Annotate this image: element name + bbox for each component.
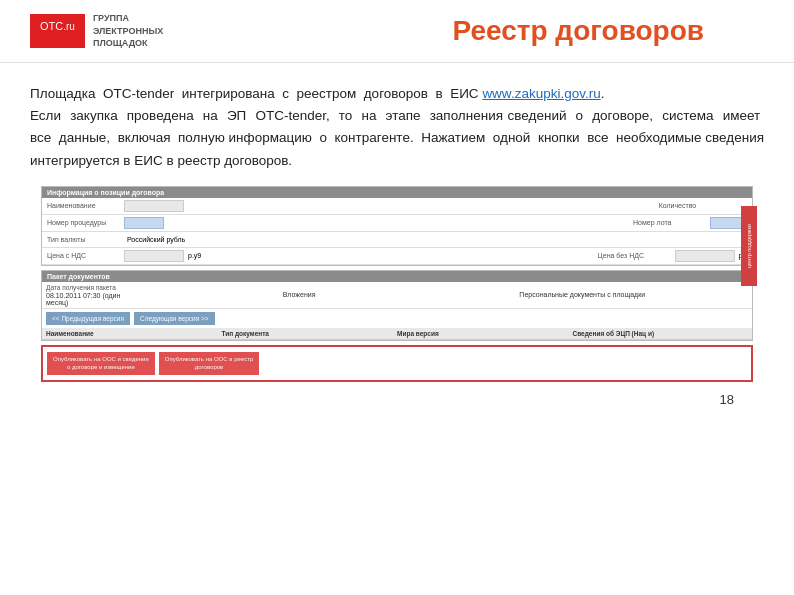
label-currency: Тип валюты bbox=[42, 234, 122, 245]
docs-table-header: Наименование Тип документа Мира версия С… bbox=[42, 328, 752, 340]
page-number: 18 bbox=[30, 386, 764, 407]
doc-attachments: Вложения bbox=[283, 291, 512, 298]
form-section-header: Информация о позиции договора bbox=[42, 187, 752, 198]
logo-otc-text: OTC bbox=[40, 20, 63, 32]
main-content: Площадка ОТС-tender интегрирована с реес… bbox=[0, 63, 794, 418]
value-price-vat bbox=[124, 250, 184, 262]
col-version: Мира версия bbox=[397, 330, 573, 337]
intro-paragraph1: Площадка ОТС-tender интегрирована с реес… bbox=[30, 86, 482, 101]
screenshot-area: Информация о позиции договора Наименован… bbox=[37, 186, 757, 383]
price-vat-suffix: р.у9 bbox=[186, 250, 203, 261]
label-name: Наименование bbox=[42, 200, 122, 211]
form-section: Информация о позиции договора Наименован… bbox=[41, 186, 753, 266]
form-row-price: Цена с НДС р.у9 Цена без НДС руб bbox=[42, 248, 752, 265]
logo-description: ГРУППА ЭЛЕКТРОННЫХ ПЛОЩАДОК bbox=[93, 12, 163, 50]
support-side-tab[interactable]: центр поддержки bbox=[741, 206, 757, 286]
docs-section-header: Пакет документов bbox=[42, 271, 752, 282]
prev-version-button[interactable]: << Предыдущая версия bbox=[46, 312, 130, 325]
page-title: Реестр договоров bbox=[452, 15, 704, 47]
form-row-currency: Тип валюты Российский рубль bbox=[42, 232, 752, 248]
form-row-name: Наименование Количество - bbox=[42, 198, 752, 215]
logo-otc-sup: .ru bbox=[63, 21, 75, 32]
form-row-procedure: Номер процедуры Номер лота bbox=[42, 215, 752, 232]
logo-otc: OTC.ru bbox=[30, 14, 85, 48]
page-header: OTC.ru ГРУППА ЭЛЕКТРОННЫХ ПЛОЩАДОК Реест… bbox=[0, 0, 794, 63]
intro-paragraph2: Если закупка проведена на ЭП ОТС-tender,… bbox=[30, 108, 764, 168]
label-price-no-vat: Цена без НДС bbox=[593, 250, 673, 261]
label-procedure: Номер процедуры bbox=[42, 217, 122, 228]
col-name: Наименование bbox=[46, 330, 222, 337]
logo-block: OTC.ru ГРУППА ЭЛЕКТРОННЫХ ПЛОЩАДОК bbox=[30, 12, 163, 50]
version-buttons-row: << Предыдущая версия Следующая версия >> bbox=[42, 309, 752, 328]
zakupki-link[interactable]: www.zakupki.gov.ru bbox=[482, 86, 600, 101]
label-lot: Номер лота bbox=[628, 217, 708, 228]
value-currency: Российский рубль bbox=[122, 234, 190, 245]
col-signature: Сведения об ЭЦП (Нац и) bbox=[573, 330, 749, 337]
col-doctype: Тип документа bbox=[222, 330, 398, 337]
doc-personal: Персональные документы с площадки bbox=[519, 291, 748, 298]
value-procedure bbox=[124, 217, 164, 229]
next-version-button[interactable]: Следующая версия >> bbox=[134, 312, 215, 325]
intro-text: Площадка ОТС-tender интегрирована с реес… bbox=[30, 83, 764, 172]
publish-oos-registry-button[interactable]: Опубликовать на ООС в реестрдоговоров bbox=[159, 352, 260, 376]
label-price-vat: Цена с НДС bbox=[42, 250, 122, 261]
value-name bbox=[124, 200, 184, 212]
value-price-no-vat bbox=[675, 250, 735, 262]
label-quantity: Количество bbox=[654, 200, 734, 211]
doc-info-row: Дата получения пакета 08.10.2011 07:30 (… bbox=[42, 282, 752, 309]
publish-oos-notice-button[interactable]: Опубликовать на ООС и сведениео договоре… bbox=[47, 352, 155, 376]
docs-section: Пакет документов Дата получения пакета 0… bbox=[41, 270, 753, 341]
doc-date-label: Дата получения пакета 08.10.2011 07:30 (… bbox=[46, 284, 275, 306]
action-buttons-container: Опубликовать на ООС и сведениео договоре… bbox=[41, 345, 753, 383]
